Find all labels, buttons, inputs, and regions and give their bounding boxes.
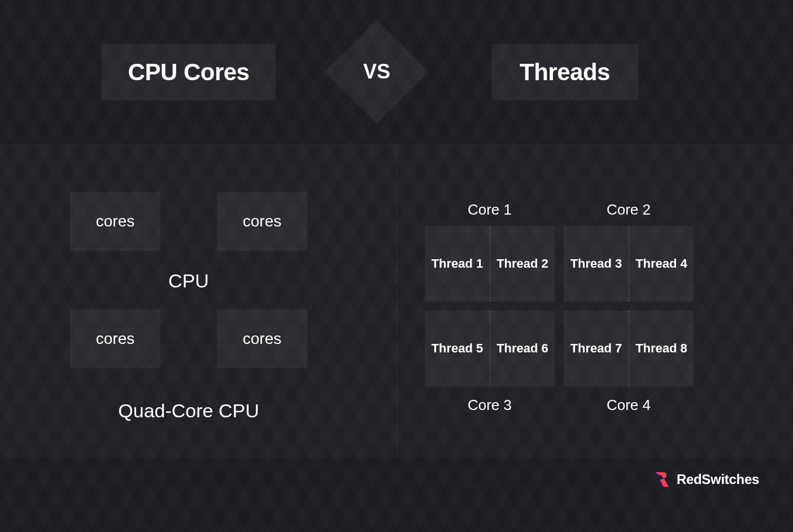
title-left-box: CPU Cores — [102, 44, 276, 101]
thread-box: Thread 7 — [564, 311, 629, 386]
thread-box: Thread 1 — [425, 226, 490, 302]
core-box-label: cores — [243, 212, 281, 230]
vs-label: VS — [363, 60, 390, 84]
right-panel: Core 1 Core 2 Thread 1 Thread 2 Thread 3… — [396, 145, 793, 458]
brand-name: RedSwitches — [677, 472, 759, 487]
left-panel: cores cores CPU cores cores Quad-Core CP… — [0, 145, 396, 458]
thread-box: Thread 2 — [490, 226, 555, 302]
core-group-4: Thread 7 Thread 8 — [564, 311, 694, 386]
thread-box: Thread 3 — [564, 226, 629, 302]
core-box: cores — [217, 309, 307, 368]
thread-box: Thread 6 — [490, 311, 555, 386]
brand: RedSwitches — [653, 471, 759, 488]
core-box: cores — [70, 309, 160, 368]
core-box: cores — [70, 192, 160, 251]
core-box-label: cores — [243, 330, 281, 348]
title-left: CPU Cores — [128, 59, 250, 86]
core-box: cores — [217, 192, 307, 251]
vs-diamond: VS — [325, 20, 429, 124]
core-label-2: Core 2 — [564, 201, 694, 219]
core-label-4: Core 4 — [564, 396, 694, 414]
core-box-label: cores — [96, 330, 134, 348]
thread-box: Thread 4 — [629, 226, 694, 302]
brand-logo-icon — [653, 471, 670, 488]
core-group-1: Thread 1 Thread 2 — [425, 226, 555, 302]
core-label-3: Core 3 — [425, 396, 555, 414]
thread-box: Thread 8 — [629, 311, 694, 386]
thread-box: Thread 5 — [425, 311, 490, 386]
core-label-1: Core 1 — [425, 201, 555, 219]
core-group-3: Thread 5 Thread 6 — [425, 311, 555, 386]
cpu-center-label: CPU — [0, 270, 377, 292]
header: CPU Cores VS Threads — [0, 0, 793, 145]
quad-core-label: Quad-Core CPU — [0, 400, 377, 422]
title-right: Threads — [520, 59, 610, 86]
core-box-label: cores — [96, 212, 134, 230]
core-group-2: Thread 3 Thread 4 — [564, 226, 694, 302]
title-right-box: Threads — [491, 44, 638, 101]
